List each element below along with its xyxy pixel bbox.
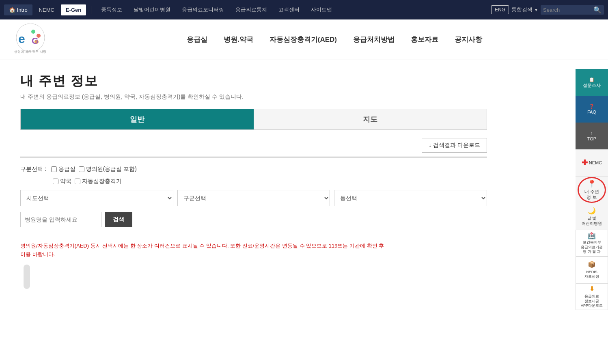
sidebar-top[interactable]: ↑ TOP: [576, 123, 608, 149]
bohun-icon: 🏥: [588, 232, 596, 240]
search-icon[interactable]: 🔍: [593, 6, 602, 14]
logo[interactable]: e G 생명에 대한 깊은 사랑: [12, 24, 49, 56]
chevron-down-icon: ▼: [534, 8, 538, 12]
sidebar-bohun-label: 보건복지부 응급의료기관 평 가 결 과: [581, 240, 603, 254]
nav-sitemap[interactable]: 사이트맵: [306, 4, 337, 16]
sidebar-app[interactable]: ⬇ 응급의료 정보제공 APP다운로드: [576, 283, 608, 301]
main-nav-pr[interactable]: 홍보자료: [411, 35, 438, 44]
hospital-input[interactable]: [20, 212, 101, 227]
sidebar-survey[interactable]: 📋 설문조사: [576, 69, 608, 96]
top-arrow-icon: ↑: [591, 130, 593, 136]
main-nav-firstaid[interactable]: 응급처치방법: [353, 35, 395, 44]
filter-label: 구분선택 :: [20, 166, 46, 173]
app-icon: ⬇: [589, 285, 595, 293]
sidebar-myinfo-label: 내 주변 정 보: [584, 189, 599, 200]
search-input[interactable]: [543, 7, 592, 13]
scroll-indicator[interactable]: [24, 265, 30, 289]
sidebar-dalbit[interactable]: 🌙 달 빛 어린이병원: [576, 203, 608, 230]
main-nav-aed[interactable]: 자동심장충격기(AED): [270, 35, 337, 44]
page-subtitle: 내 주변의 응급의료정보 (응급실, 병의원, 약국, 자동심장충격기)를 확인…: [20, 93, 487, 101]
checkbox-pharmacy-label: 약국: [60, 178, 71, 185]
nav-monitoring[interactable]: 응급의료모니터링: [177, 4, 229, 16]
filter-row-1: 구분선택 : 응급실 병의원(응급실 포함): [20, 166, 487, 173]
checkbox-emergency-input[interactable]: [51, 166, 57, 172]
svg-text:생명에 대한 깊은 사랑: 생명에 대한 깊은 사랑: [14, 50, 46, 54]
sidebar-app-label: 응급의료 정보제공 APP다운로드: [581, 294, 603, 301]
sidebar-nedis-label: NEDIS 자료신청: [584, 270, 599, 279]
search-area: 구분선택 : 응급실 병의원(응급실 포함) 약국 자동심장충격: [20, 157, 487, 242]
nav-intro[interactable]: 🏠 Intro: [4, 4, 32, 15]
download-row: ↓ 검색결과 다운로드: [20, 138, 487, 153]
filter-row-2: 약국 자동심장충격기: [53, 178, 487, 185]
eng-button[interactable]: ENG: [491, 5, 509, 14]
svg-text:G: G: [32, 36, 39, 46]
sidebar-faq[interactable]: ❓ FAQ: [576, 96, 608, 123]
sidebar-bohun[interactable]: 🏥 보건복지부 응급의료기관 평 가 결 과: [576, 230, 608, 256]
page-title-area: 내 주변 정보 내 주변의 응급의료정보 (응급실, 병의원, 약국, 자동심장…: [20, 72, 487, 101]
checkbox-aed-label: 자동심장충격기: [82, 178, 122, 185]
download-button[interactable]: ↓ 검색결과 다운로드: [422, 138, 487, 153]
view-tabs: 일반 지도: [20, 109, 487, 130]
sidebar-dalbit-label: 달 빛 어린이병원: [582, 215, 602, 226]
svg-point-2: [31, 30, 35, 34]
district-select[interactable]: 구군선택: [177, 190, 330, 206]
checkbox-hospital-input[interactable]: [79, 166, 84, 172]
nav-jungdok[interactable]: 중독정보: [96, 4, 127, 16]
logo-image: e G 생명에 대한 깊은 사랑: [12, 24, 49, 56]
sidebar-nemc[interactable]: ✚ NEMC: [576, 149, 608, 176]
page-title: 내 주변 정보: [20, 72, 487, 90]
warning-text: 병의원/자동심장충격기(AED) 동시 선택시에는 한 장소가 여러건으로 표시…: [20, 242, 386, 259]
checkbox-emergency[interactable]: 응급실: [51, 166, 75, 173]
sidebar-nedis[interactable]: 📦 NEDIS 자료신청: [576, 256, 608, 283]
main-nav-hospital[interactable]: 병원.약국: [224, 35, 253, 44]
faq-icon: ❓: [589, 103, 595, 109]
integrated-search-label: 통합검색: [511, 6, 533, 13]
sidebar-my-info[interactable]: 📍 내 주변 정 보: [576, 176, 608, 203]
dong-select[interactable]: 동선택: [334, 190, 487, 206]
checkbox-aed[interactable]: 자동심장충격기: [75, 178, 122, 185]
sidebar-survey-label: 설문조사: [583, 82, 601, 88]
svg-text:e: e: [18, 32, 25, 45]
nedis-icon: 📦: [588, 261, 596, 269]
top-navigation: 🏠 Intro NEMC E-Gen 중독정보 달빛어린이병원 응급의료모니터링…: [0, 0, 608, 19]
checkbox-pharmacy-input[interactable]: [53, 179, 58, 184]
location-pin-icon: 📍: [587, 179, 596, 189]
search-box: 🔍: [541, 5, 604, 15]
main-nav-notice[interactable]: 공지사항: [455, 35, 482, 44]
select-row: 시도선택 구군선택 동선택: [20, 190, 487, 206]
content-main: 내 주변 정보 내 주변의 응급의료정보 (응급실, 병의원, 약국, 자동심장…: [0, 60, 507, 301]
sidebar-nemc-label: NEMC: [589, 160, 602, 166]
checkbox-hospital-label: 병의원(응급실 포함): [86, 166, 137, 173]
checkbox-hospital[interactable]: 병의원(응급실 포함): [79, 166, 137, 173]
nav-dalbit[interactable]: 달빛어린이병원: [129, 4, 175, 16]
nemc-cross-icon: ✚: [582, 158, 588, 168]
checkbox-emergency-label: 응급실: [58, 166, 75, 173]
hospital-input-row: 검색: [20, 212, 487, 227]
tab-map[interactable]: 지도: [254, 109, 487, 129]
moon-icon: 🌙: [588, 207, 596, 215]
checkbox-aed-input[interactable]: [75, 179, 80, 184]
sidebar-faq-label: FAQ: [587, 109, 596, 115]
sidebar-top-label: TOP: [587, 136, 596, 142]
main-navigation: e G 생명에 대한 깊은 사랑 응급실 병원.약국 자동심장충격기(AED) …: [0, 19, 608, 60]
city-select[interactable]: 시도선택: [20, 190, 173, 206]
main-nav-emergency[interactable]: 응급실: [187, 35, 207, 44]
search-button[interactable]: 검색: [105, 212, 132, 227]
nav-stats[interactable]: 응급의료통계: [231, 4, 272, 16]
nav-customer[interactable]: 고객센터: [274, 4, 304, 16]
survey-icon: 📋: [589, 77, 595, 82]
page-body: 내 주변 정보 내 주변의 응급의료정보 (응급실, 병의원, 약국, 자동심장…: [0, 60, 608, 301]
sidebar: 📋 설문조사 ❓ FAQ ↑ TOP ✚ NEMC 📍 내 주변 정 보 🌙 달…: [576, 65, 608, 301]
tab-general[interactable]: 일반: [21, 109, 254, 129]
checkbox-pharmacy[interactable]: 약국: [53, 178, 71, 185]
main-nav-links: 응급실 병원.약국 자동심장충격기(AED) 응급처치방법 홍보자료 공지사항: [73, 35, 596, 44]
integrated-search[interactable]: 통합검색 ▼: [511, 6, 538, 13]
nav-nemc[interactable]: NEMC: [34, 4, 59, 15]
nav-egen[interactable]: E-Gen: [61, 4, 86, 15]
